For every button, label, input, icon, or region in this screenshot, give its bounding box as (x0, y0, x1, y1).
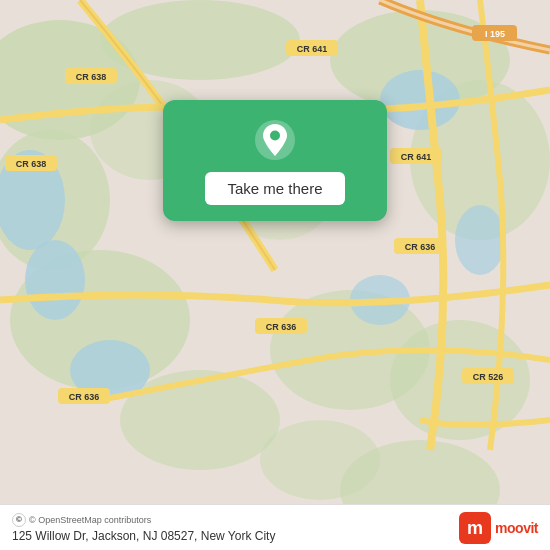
svg-text:I 195: I 195 (485, 29, 505, 39)
svg-point-16 (380, 70, 460, 130)
take-me-there-button[interactable]: Take me there (205, 172, 344, 205)
location-pin-icon (253, 118, 297, 162)
bottom-bar: © © OpenStreetMap contributors 125 Willo… (0, 504, 550, 550)
svg-text:CR 641: CR 641 (297, 44, 328, 54)
osm-credit-text: © OpenStreetMap contributors (29, 515, 151, 525)
svg-text:CR 638: CR 638 (16, 159, 47, 169)
svg-text:CR 641: CR 641 (401, 152, 432, 162)
popup-card: Take me there (163, 100, 387, 221)
address-text: 125 Willow Dr, Jackson, NJ 08527, New Yo… (12, 529, 275, 543)
svg-point-15 (25, 240, 85, 320)
map-background: CR 638 CR 638 CR 641 I 195 CR 641 CR 636… (0, 0, 550, 550)
svg-text:CR 526: CR 526 (473, 372, 504, 382)
svg-text:m: m (467, 518, 483, 538)
moovit-icon: m (459, 512, 491, 544)
moovit-logo: m moovit (459, 512, 538, 544)
svg-point-39 (270, 131, 280, 141)
svg-text:CR 636: CR 636 (266, 322, 297, 332)
bottom-left-info: © © OpenStreetMap contributors 125 Willo… (12, 513, 275, 543)
moovit-label: moovit (495, 520, 538, 536)
osm-credit: © © OpenStreetMap contributors (12, 513, 275, 527)
svg-point-17 (455, 205, 505, 275)
map-container: CR 638 CR 638 CR 641 I 195 CR 641 CR 636… (0, 0, 550, 550)
svg-text:CR 636: CR 636 (69, 392, 100, 402)
svg-text:CR 638: CR 638 (76, 72, 107, 82)
osm-icon: © (12, 513, 26, 527)
svg-text:CR 636: CR 636 (405, 242, 436, 252)
